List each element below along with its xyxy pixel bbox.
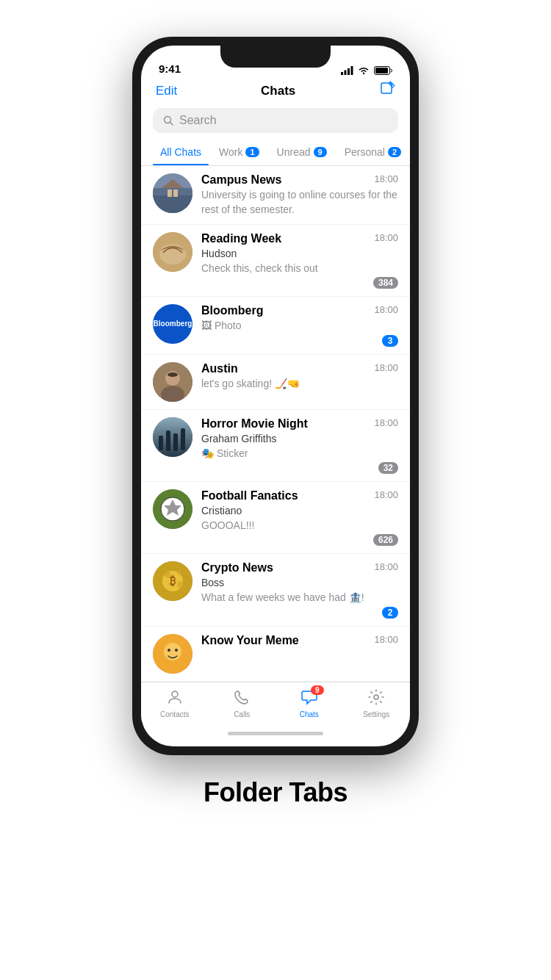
chat-time-austin: 18:00 [374, 362, 398, 373]
chat-item-austin[interactable]: Austin 18:00 let's go skating! 🏒🤜 [141, 355, 410, 410]
chat-item-horror[interactable]: Horror Movie Night 18:00 Graham Griffith… [141, 410, 410, 482]
chat-top-bloomberg: Bloomberg 18:00 [201, 304, 398, 317]
status-icons [341, 66, 392, 75]
chat-top-crypto: Crypto News 18:00 [201, 561, 398, 574]
personal-badge: 2 [388, 147, 401, 157]
chat-name-austin: Austin [201, 362, 238, 375]
page-wrapper: 9:41 [0, 0, 551, 980]
page-title: Chats [261, 84, 295, 98]
svg-rect-22 [159, 436, 163, 450]
tab-calls[interactable]: Calls [209, 688, 276, 718]
chat-preview2-reading-week: Check this, check this out [201, 262, 398, 276]
chat-preview-bloomberg: 🖼 Photo [201, 319, 398, 334]
chat-top-campus-news: Campus News 18:00 [201, 173, 398, 187]
notch [220, 46, 331, 68]
chat-item-crypto[interactable]: ₿ Crypto News 18:00 Boss [141, 554, 410, 626]
contacts-label: Contacts [160, 710, 189, 718]
tab-unread[interactable]: Unread 9 [270, 140, 334, 165]
svg-rect-3 [351, 66, 353, 75]
svg-rect-12 [168, 190, 172, 197]
chat-preview-football: GOOOAL!!! [201, 519, 398, 533]
chat-item-bloomberg[interactable]: Bloomberg Bloomberg 18:00 🖼 Photo 3 [141, 297, 410, 355]
chat-item-campus-news[interactable]: Campus News 18:00 University is going to… [141, 166, 410, 225]
avatar-football [153, 489, 192, 529]
settings-icon-wrap [367, 688, 385, 709]
search-placeholder: Search [179, 114, 217, 127]
tab-chats[interactable]: 9 Chats [276, 688, 343, 718]
contacts-icon-wrap [166, 688, 184, 709]
phone-device: 9:41 [132, 37, 419, 755]
chat-item-reading-week[interactable]: Reading Week 18:00 Hudson Check this, ch… [141, 225, 410, 297]
signal-icon [341, 66, 353, 75]
badge-bloomberg: 3 [382, 335, 398, 347]
chat-item-football[interactable]: Football Fanatics 18:00 Cristiano GOOOAL… [141, 482, 410, 554]
chat-name-horror: Horror Movie Night [201, 417, 308, 430]
svg-point-35 [177, 581, 184, 588]
badge-horror: 32 [378, 462, 398, 474]
tab-bar: Contacts Calls 9 [141, 682, 410, 721]
badge-football: 626 [373, 534, 398, 546]
avatar-meme [153, 634, 192, 674]
chat-content-reading-week: Reading Week 18:00 Hudson Check this, ch… [201, 232, 398, 289]
tab-work[interactable]: Work 1 [212, 140, 267, 165]
calls-icon-wrap [233, 688, 251, 709]
chat-name-crypto: Crypto News [201, 561, 273, 574]
chat-preview-campus-news: University is going to online courses fo… [201, 188, 398, 217]
work-badge: 1 [245, 147, 259, 157]
compose-button[interactable] [379, 81, 395, 101]
chat-name-football: Football Fanatics [201, 489, 298, 502]
svg-point-33 [165, 572, 170, 577]
svg-point-41 [374, 695, 378, 699]
svg-text:₿: ₿ [170, 574, 176, 587]
tab-all-chats[interactable]: All Chats [153, 140, 209, 165]
chat-item-meme[interactable]: Know Your Meme 18:00 [141, 627, 410, 682]
chat-sender-football: Cristiano [201, 504, 398, 519]
chat-top-austin: Austin 18:00 [201, 362, 398, 375]
chat-content-horror: Horror Movie Night 18:00 Graham Griffith… [201, 417, 398, 474]
page-title-section: Folder Tabs [204, 777, 347, 808]
chat-sender-horror: Graham Griffiths [201, 432, 398, 447]
calls-icon [233, 688, 251, 706]
chat-top-meme: Know Your Meme 18:00 [201, 634, 398, 647]
svg-rect-19 [168, 372, 178, 377]
tab-settings[interactable]: Settings [343, 688, 411, 718]
chat-preview-austin: let's go skating! 🏒🤜 [201, 377, 398, 392]
svg-rect-6 [375, 68, 388, 73]
tab-contacts[interactable]: Contacts [141, 688, 209, 718]
svg-rect-11 [153, 195, 192, 213]
chat-preview-horror: 🎭 Sticker [201, 447, 398, 461]
avatar-campus-news [153, 173, 192, 213]
svg-rect-24 [173, 433, 178, 451]
chat-list: Campus News 18:00 University is going to… [141, 166, 410, 682]
chat-bottom-reading-week: 384 [201, 277, 398, 289]
svg-point-34 [177, 570, 181, 574]
chat-top-horror: Horror Movie Night 18:00 [201, 417, 398, 430]
chat-sender-crypto: Boss [201, 576, 398, 591]
avatar-horror [153, 417, 192, 457]
search-bar[interactable]: Search [153, 108, 398, 133]
svg-rect-23 [166, 430, 170, 451]
badge-reading-week: 384 [373, 277, 398, 289]
avatar-austin [153, 362, 192, 402]
chat-bottom-bloomberg: 3 [201, 335, 398, 347]
svg-point-40 [172, 691, 178, 697]
filter-tabs: All Chats Work 1 Unread 9 Personal 2 [141, 140, 410, 166]
chats-tab-label: Chats [300, 710, 319, 718]
chat-time-bloomberg: 18:00 [374, 304, 398, 315]
avatar-crypto: ₿ [153, 561, 192, 601]
svg-rect-2 [347, 68, 350, 75]
chat-content-austin: Austin 18:00 let's go skating! 🏒🤜 [201, 362, 398, 392]
chat-time-crypto: 18:00 [374, 561, 398, 572]
folder-tabs-title: Folder Tabs [204, 777, 347, 807]
chat-header: Edit Chats [141, 78, 410, 108]
chats-notification-badge: 9 [311, 685, 324, 695]
chat-bottom-football: 626 [201, 534, 398, 546]
svg-rect-25 [181, 428, 185, 450]
tab-personal[interactable]: Personal 2 [337, 140, 408, 165]
chat-top-reading-week: Reading Week 18:00 [201, 232, 398, 245]
chat-name-meme: Know Your Meme [201, 634, 299, 647]
chat-content-football: Football Fanatics 18:00 Cristiano GOOOAL… [201, 489, 398, 546]
edit-button[interactable]: Edit [156, 84, 177, 98]
svg-point-4 [363, 73, 364, 74]
chat-content-meme: Know Your Meme 18:00 [201, 634, 398, 649]
